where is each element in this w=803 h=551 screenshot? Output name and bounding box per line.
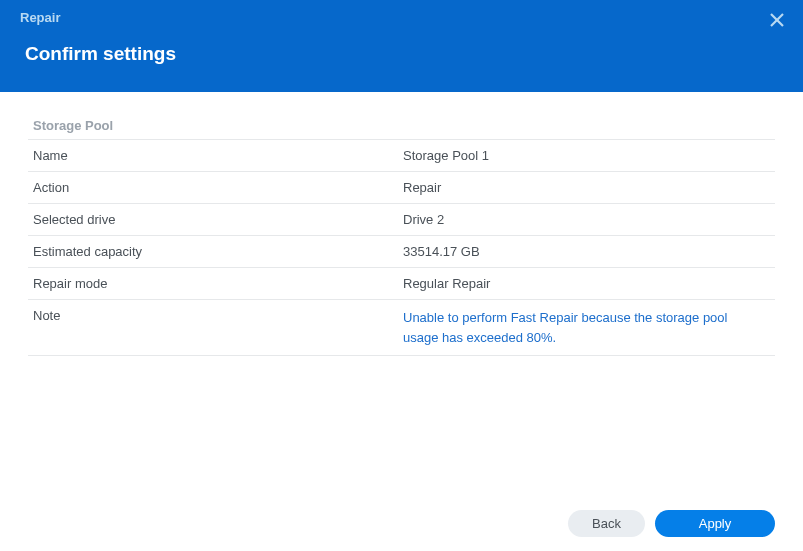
apply-button[interactable]: Apply: [655, 510, 775, 537]
row-repair-mode: Repair mode Regular Repair: [28, 268, 775, 300]
row-value: 33514.17 GB: [403, 244, 770, 259]
close-icon[interactable]: [767, 10, 787, 30]
row-estimated-capacity: Estimated capacity 33514.17 GB: [28, 236, 775, 268]
section-header: Storage Pool: [28, 112, 775, 140]
row-label: Selected drive: [33, 212, 403, 227]
dialog-header: Repair Confirm settings: [0, 0, 803, 92]
row-note: Note Unable to perform Fast Repair becau…: [28, 300, 775, 356]
row-selected-drive: Selected drive Drive 2: [28, 204, 775, 236]
dialog-subtitle: Confirm settings: [25, 43, 783, 65]
row-value: Drive 2: [403, 212, 770, 227]
row-value: Repair: [403, 180, 770, 195]
row-label: Estimated capacity: [33, 244, 403, 259]
dialog-footer: Back Apply: [0, 496, 803, 551]
row-value-note: Unable to perform Fast Repair because th…: [403, 308, 770, 347]
dialog-content: Storage Pool Name Storage Pool 1 Action …: [0, 92, 803, 356]
back-button[interactable]: Back: [568, 510, 645, 537]
row-name: Name Storage Pool 1: [28, 140, 775, 172]
dialog-title: Repair: [20, 10, 783, 25]
row-label: Repair mode: [33, 276, 403, 291]
row-label: Note: [33, 308, 403, 347]
row-label: Name: [33, 148, 403, 163]
row-value: Storage Pool 1: [403, 148, 770, 163]
row-action: Action Repair: [28, 172, 775, 204]
row-value: Regular Repair: [403, 276, 770, 291]
row-label: Action: [33, 180, 403, 195]
